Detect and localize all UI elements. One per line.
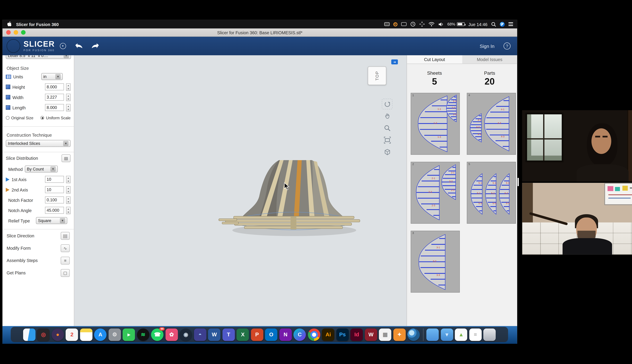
dock-icon-illustrator[interactable]: Ai — [322, 328, 334, 341]
original-size-radio[interactable] — [6, 116, 10, 120]
control-center-icon[interactable] — [508, 21, 513, 27]
dock-icon-whatsapp[interactable]: ☎99 — [151, 328, 164, 341]
dock-icon-trash[interactable] — [483, 328, 496, 341]
dock-icon-notes[interactable] — [80, 328, 92, 341]
assembly-steps-icon[interactable]: ≡ — [61, 256, 70, 264]
panel-resize-handle[interactable] — [518, 178, 519, 186]
assembly-steps-section[interactable]: Assembly Steps ≡ — [2, 254, 74, 266]
height-stepper[interactable]: ▴▾ — [66, 83, 70, 90]
relief-type-dropdown[interactable]: Square ▼ — [36, 217, 67, 224]
second-axis-input[interactable]: 10 — [45, 186, 64, 193]
undo-button[interactable] — [73, 43, 83, 49]
dock-icon-outlook[interactable]: O — [265, 328, 278, 341]
notch-angle-stepper[interactable]: ▴▾ — [66, 206, 70, 214]
redo-button[interactable] — [91, 43, 100, 49]
display-settings-icon[interactable] — [382, 146, 392, 157]
orbit-tool-icon[interactable] — [382, 98, 392, 109]
view-cube[interactable]: TOP — [368, 66, 386, 85]
dock-icon-photos[interactable]: ✿ — [166, 328, 178, 341]
modify-form-section[interactable]: Modify Form ∿ — [2, 242, 74, 254]
tab-cut-layout[interactable]: Cut Layout — [407, 55, 462, 64]
dock-icon-calendar[interactable]: 2 — [66, 328, 78, 341]
dock-icon-powerpoint[interactable]: P — [251, 328, 263, 341]
dock-icon-screenshot[interactable]: ▦ — [379, 328, 391, 341]
sheet-thumb-2[interactable]: 2-12-22-32-12-22-32 — [411, 162, 460, 224]
first-axis-stepper[interactable]: ▴▾ — [66, 176, 70, 183]
wifi-icon[interactable] — [428, 21, 434, 27]
notch-factor-stepper[interactable]: ▴▾ — [66, 196, 70, 204]
expand-panel-icon[interactable]: ➜ — [391, 60, 398, 64]
move-arrows-icon[interactable] — [419, 21, 424, 27]
dock-icon-onenote[interactable]: N — [279, 328, 292, 341]
sheet-thumb-5[interactable]: 5-15-25-35-15-25-35-15-25-35 — [467, 162, 516, 224]
menu-app-name[interactable]: Slicer for Fusion 360 — [16, 22, 59, 26]
screen-record-icon[interactable] — [393, 21, 398, 27]
webcam-feed-participant-2[interactable] — [522, 183, 632, 255]
menu-clock[interactable]: Jue 14:46 — [468, 22, 488, 26]
get-plans-section[interactable]: Get Plans ▢ — [2, 266, 74, 279]
dock-icon-indesign[interactable]: Id — [350, 328, 363, 341]
dock-icon-modeler-3d[interactable]: ◓ — [194, 328, 206, 341]
zoom-tool-icon[interactable] — [382, 122, 392, 133]
apple-logo-icon[interactable] — [6, 21, 12, 27]
dock-icon-folder-downloads[interactable]: ▾ — [441, 328, 453, 341]
help-button[interactable]: ? — [504, 42, 511, 50]
dock-icon-books[interactable]: ✦ — [393, 328, 406, 341]
dock-icon-mission-target[interactable]: ◎ — [37, 328, 50, 341]
browser-compass-icon[interactable] — [500, 21, 505, 27]
dock-icon-spotify[interactable]: ≋ — [137, 328, 149, 341]
length-stepper[interactable]: ▴▾ — [66, 104, 70, 111]
get-plans-icon[interactable]: ▢ — [61, 269, 70, 277]
sheet-thumb-3[interactable]: 3-13-23-33 — [411, 231, 460, 292]
width-input[interactable]: 3.227 — [45, 94, 64, 101]
construction-dropdown[interactable]: Interlocked Slices ▼ — [6, 140, 71, 147]
dock-icon-folder-documents[interactable] — [426, 328, 439, 341]
notch-factor-input[interactable]: 0.100 — [45, 196, 64, 204]
width-stepper[interactable]: ▴▾ — [66, 94, 70, 101]
uniform-scale-radio[interactable] — [40, 116, 44, 120]
viewport-3d[interactable]: ➜ TOP — [74, 55, 407, 326]
display-dark-icon[interactable] — [384, 21, 390, 27]
slice-direction-section[interactable]: Slice Direction |||| — [2, 230, 74, 242]
dock-icon-chrome[interactable] — [308, 328, 320, 341]
dock-icon-pictures[interactable]: ▲ — [455, 328, 467, 341]
method-dropdown[interactable]: By Count ▼ — [25, 166, 58, 172]
dock-icon-teams[interactable]: T — [222, 328, 235, 341]
dock-icon-steam[interactable]: ◉ — [180, 328, 192, 341]
sheet-preset-dropdown[interactable]: Letter 8.5" x 11" x 0.... ▼ — [6, 55, 71, 59]
battery-indicator[interactable]: 68% — [447, 22, 465, 26]
sheet-thumb-1[interactable]: 1-11-21-31-11-21-31 — [411, 93, 460, 155]
dock-icon-document-preview[interactable]: ≡ — [469, 328, 482, 341]
dock-icon-w-app[interactable]: W — [365, 328, 377, 341]
notch-angle-input[interactable]: 45.000 — [45, 207, 64, 214]
time-machine-icon[interactable] — [410, 21, 416, 27]
slice-direction-icon[interactable]: |||| — [61, 232, 70, 240]
slice-distribution-button[interactable]: ▤ — [62, 154, 71, 162]
model-3d[interactable] — [218, 157, 367, 240]
volume-icon[interactable] — [438, 21, 444, 27]
dock-icon-facetime[interactable]: ▸ — [123, 328, 135, 341]
height-input[interactable]: 8.000 — [45, 84, 64, 90]
second-axis-stepper[interactable]: ▴▾ — [66, 186, 70, 194]
units-dropdown[interactable]: in ▼ — [41, 73, 63, 80]
webcam-feed-participant-1[interactable] — [522, 110, 632, 182]
sign-in-button[interactable]: Sign In — [480, 44, 494, 48]
length-input[interactable]: 8.000 — [45, 104, 64, 111]
dock-icon-finder[interactable] — [23, 328, 36, 341]
dock-icon-slicer-app[interactable] — [408, 328, 420, 341]
dock-icon-settings[interactable]: ⚙ — [108, 328, 121, 341]
dock-icon-word[interactable]: W — [208, 328, 220, 341]
dock-icon-canva[interactable]: C — [294, 328, 306, 341]
dock-icon-firefox[interactable]: ● — [52, 328, 64, 341]
sheet-thumb-4[interactable]: 4-14-24-34-14-24-34 — [467, 93, 516, 155]
dock-icon-photoshop[interactable]: Ps — [336, 328, 348, 341]
fit-view-icon[interactable] — [382, 134, 392, 145]
dock-icon-app-store[interactable]: A — [94, 328, 106, 341]
display-icon[interactable] — [401, 21, 406, 27]
tab-model-issues[interactable]: Model Issues — [462, 55, 517, 64]
modify-form-icon[interactable]: ∿ — [61, 244, 70, 252]
spotlight-icon[interactable] — [491, 21, 496, 27]
pan-tool-icon[interactable] — [382, 110, 392, 121]
dock-icon-excel[interactable]: X — [236, 328, 249, 341]
first-axis-input[interactable]: 10 — [45, 176, 64, 183]
